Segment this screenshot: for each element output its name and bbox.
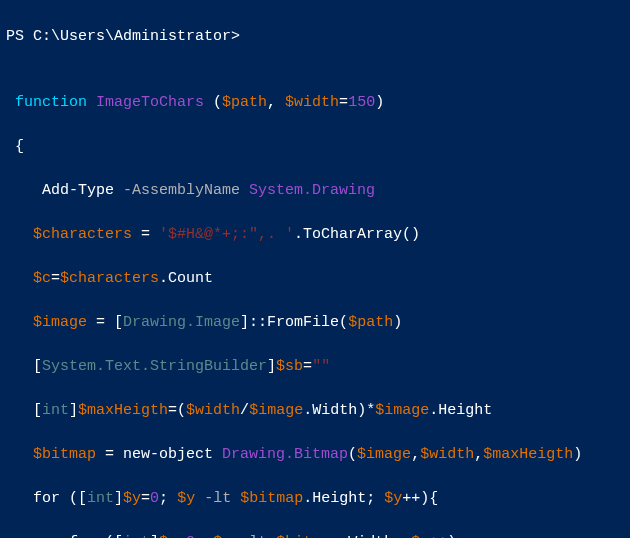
code-line: { (6, 136, 624, 158)
code-line: $bitmap = new-object Drawing.Bitmap($ima… (6, 444, 624, 466)
code-line: [int]$maxHeigth=($width/$image.Width)*$i… (6, 400, 624, 422)
code-line: for ([int]$x=0; $x -lt $bitmap.Width; $x… (6, 532, 624, 538)
code-line: for ([int]$y=0; $y -lt $bitmap.Height; $… (6, 488, 624, 510)
code-line: [System.Text.StringBuilder]$sb="" (6, 356, 624, 378)
code-line: $characters = '$#H&@*+;:",. '.ToCharArra… (6, 224, 624, 246)
code-line: function ImageToChars ($path, $width=150… (6, 92, 624, 114)
code-line: $c=$characters.Count (6, 268, 624, 290)
powershell-terminal[interactable]: PS C:\Users\Administrator> function Imag… (0, 0, 630, 538)
code-line: Add-Type -AssemblyName System.Drawing (6, 180, 624, 202)
code-line: $image = [Drawing.Image]::FromFile($path… (6, 312, 624, 334)
prompt-line: PS C:\Users\Administrator> (6, 28, 240, 45)
